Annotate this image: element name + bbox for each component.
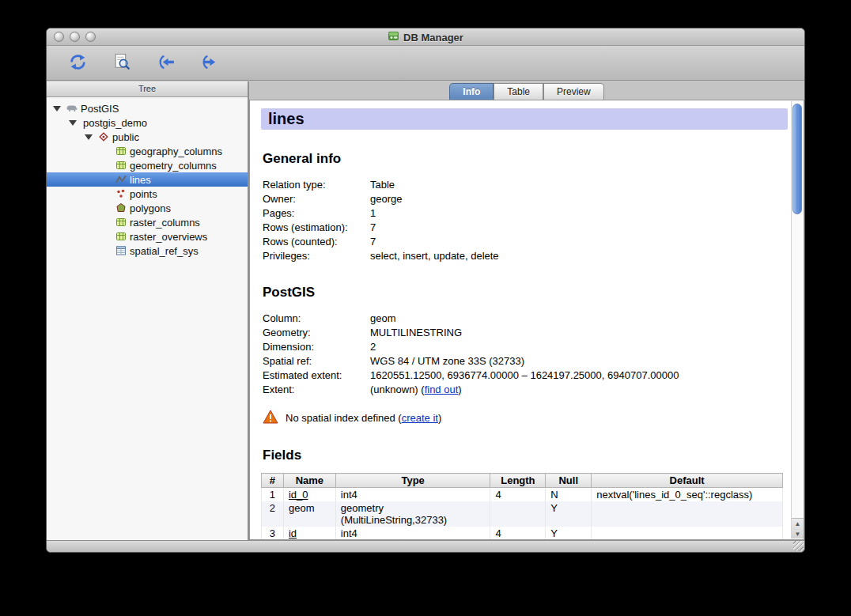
cell-name: geom <box>283 501 335 527</box>
disclosure-triangle[interactable] <box>69 120 77 126</box>
table-green-icon <box>115 231 127 243</box>
cell-name-link[interactable]: id_0 <box>283 488 335 502</box>
info-value: 1 <box>370 206 788 221</box>
desktop-background: DB Manager <box>0 0 851 616</box>
window-title-wrap: DB Manager <box>47 28 804 46</box>
tree-panel-header: Tree <box>47 81 248 97</box>
tree-item-raster-overviews[interactable]: raster_overviews <box>47 229 248 244</box>
general-info-block: Relation type: Table Owner: george Pages… <box>261 178 788 263</box>
info-value: 2 <box>370 340 788 354</box>
tree-item-geometry-columns[interactable]: geometry_columns <box>47 158 248 172</box>
col-header-type: Type <box>335 474 490 488</box>
spatial-index-warning: No spatial index defined (create it) <box>263 410 788 426</box>
tree-item-public[interactable]: public <box>47 130 248 144</box>
tree-item-spatial-ref-sys[interactable]: spatial_ref_sys <box>47 244 248 258</box>
extent-value: (unknown) ( <box>370 384 425 395</box>
cell-type: geometry (MultiLineString,32733) <box>335 501 490 527</box>
tab-preview[interactable]: Preview <box>543 83 604 100</box>
cell-name-link[interactable]: id <box>283 527 335 539</box>
tree-item-geography-columns[interactable]: geography_columns <box>47 144 248 158</box>
scrollbar-thumb[interactable] <box>792 104 802 214</box>
scroll-down-arrow[interactable]: ▼ <box>792 529 804 539</box>
cell-num: 2 <box>262 501 284 527</box>
info-value: (unknown) (find out) <box>370 383 788 397</box>
statusbar <box>47 540 804 552</box>
tree-item-label: points <box>130 188 157 200</box>
app-icon <box>388 30 399 44</box>
main-area: Tree PostGIS postgis_demo <box>47 81 804 540</box>
resize-grip[interactable] <box>793 541 804 551</box>
tree-item-postgis[interactable]: PostGIS <box>47 101 248 115</box>
table-row: 1 id_0 int4 4 N nextval('lines_id_0_seq'… <box>262 488 783 502</box>
tree-item-label: PostGIS <box>81 103 119 115</box>
col-header-null: Null <box>546 474 592 488</box>
content-area: Info Table Preview lines General info Re… <box>249 81 804 540</box>
cell-num: 3 <box>262 527 284 539</box>
scroll-up-arrow[interactable]: ▲ <box>792 519 804 529</box>
info-row: Dimension: 2 <box>263 340 788 354</box>
info-label: Geometry: <box>263 326 370 340</box>
postgis-icon <box>66 103 78 115</box>
schema-icon <box>97 131 109 143</box>
create-index-link[interactable]: create it <box>402 412 438 424</box>
tree-item-label: public <box>112 131 139 143</box>
cell-type: int4 <box>335 527 490 539</box>
export-layer-button[interactable] <box>197 51 224 76</box>
info-row: Owner: george <box>263 192 788 206</box>
info-value: Table <box>370 178 788 192</box>
info-label: Rows (counted): <box>263 235 370 249</box>
info-value: 7 <box>370 235 788 249</box>
import-layer-button[interactable] <box>153 51 180 76</box>
table-green-icon <box>115 145 127 157</box>
toolbar <box>47 46 804 81</box>
tab-info[interactable]: Info <box>449 83 494 100</box>
sql-window-button[interactable] <box>108 51 135 76</box>
tree-item-label: geography_columns <box>130 145 222 157</box>
warning-text-suffix: ) <box>438 412 441 424</box>
info-row: Spatial ref: WGS 84 / UTM zone 33S (3273… <box>263 354 788 368</box>
warning-text-prefix: No spatial index defined ( <box>286 412 402 424</box>
tree-item-points[interactable]: points <box>47 187 248 201</box>
titlebar[interactable]: DB Manager <box>47 28 804 46</box>
general-info-heading: General info <box>263 151 788 167</box>
info-value: george <box>370 192 788 206</box>
import-layer-icon <box>157 52 176 74</box>
tree-item-label: polygons <box>130 202 171 214</box>
tree-item-lines[interactable]: lines <box>47 172 248 187</box>
info-label: Relation type: <box>263 178 370 192</box>
disclosure-triangle[interactable] <box>85 134 93 140</box>
window-title: DB Manager <box>403 32 463 43</box>
tree-item-raster-columns[interactable]: raster_columns <box>47 215 248 229</box>
db-tree: PostGIS postgis_demo public <box>47 97 248 540</box>
find-out-link[interactable]: find out <box>425 384 459 395</box>
export-layer-icon <box>201 52 221 74</box>
vertical-scrollbar[interactable]: ▲ ▼ <box>791 101 803 539</box>
sql-window-icon <box>112 52 132 74</box>
refresh-button[interactable] <box>64 51 91 76</box>
col-header-default: Default <box>592 474 783 488</box>
tree-item-polygons[interactable]: polygons <box>47 201 248 215</box>
info-label: Estimated extent: <box>263 368 370 383</box>
warning-icon <box>263 410 278 426</box>
cell-null: Y <box>546 501 592 527</box>
tree-item-label: raster_columns <box>130 217 200 229</box>
tree-item-postgis-demo[interactable]: postgis_demo <box>47 115 248 130</box>
cell-length: 4 <box>490 488 546 502</box>
info-label: Rows (estimation): <box>263 221 370 235</box>
fields-table: # Name Type Length Null Default <box>261 473 783 539</box>
info-value: 7 <box>370 221 788 235</box>
info-row: Rows (counted): 7 <box>263 235 788 249</box>
tab-table[interactable]: Table <box>494 83 543 100</box>
refresh-icon <box>68 52 88 74</box>
info-row-extent: Extent: (unknown) (find out) <box>263 383 788 397</box>
col-header-num: # <box>262 474 284 488</box>
table-green-icon <box>115 160 127 172</box>
fields-header-row: # Name Type Length Null Default <box>262 474 783 488</box>
tree-item-label: raster_overviews <box>130 231 207 243</box>
disclosure-triangle[interactable] <box>53 106 61 111</box>
info-value: WGS 84 / UTM zone 33S (32733) <box>370 354 788 368</box>
cell-default <box>592 527 783 539</box>
polygons-layer-icon <box>115 202 127 214</box>
info-row: Relation type: Table <box>263 178 788 192</box>
lines-layer-icon <box>115 174 127 186</box>
